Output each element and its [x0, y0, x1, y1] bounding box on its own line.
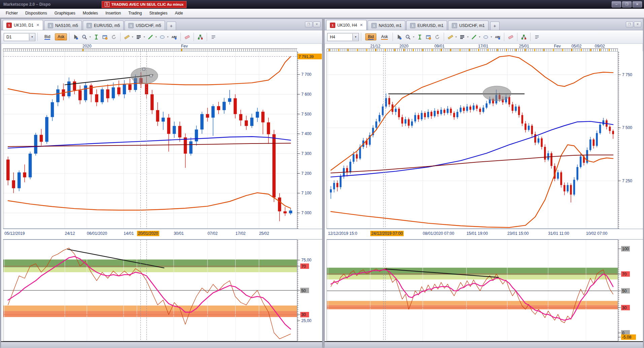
one-click-trading-ticker[interactable]: 1 TRADING AVEC UN SEUL CLIC Au mieux [102, 1, 187, 8]
tab-close-icon[interactable]: ✕ [360, 23, 363, 27]
new-tab-button[interactable]: + [167, 22, 176, 30]
candlestick-chart-UK100-D1[interactable]: 7 7007 6007 5007 4007 3007 2007 1007 000… [3, 51, 322, 229]
close-window-button[interactable]: ✕ [634, 22, 641, 27]
more-icon[interactable] [533, 33, 541, 41]
chevron-down-icon[interactable]: ▼ [455, 36, 457, 38]
indicators-icon[interactable] [458, 33, 466, 41]
zoom-tool-icon[interactable] [404, 33, 412, 41]
selection-handle[interactable] [150, 74, 152, 77]
tab-eur-usd-m1[interactable]: 1EUR/USD, m1 [406, 21, 447, 30]
chevron-down-icon[interactable]: ▼ [352, 34, 359, 40]
pointer-tool-icon[interactable] [72, 33, 80, 41]
chevron-down-icon[interactable]: ▼ [467, 36, 469, 38]
tab-label: USD/CHF, m1 [459, 23, 484, 28]
timeline-label: 21/12 [370, 44, 380, 49]
rsi-indicator-pane[interactable]: 75,0070503025,00 [3, 240, 322, 341]
strategy-icon[interactable] [520, 33, 528, 41]
more-icon[interactable] [209, 33, 217, 41]
minimize-button[interactable]: – [612, 1, 621, 7]
instrument-icon: 1 [48, 23, 53, 28]
menu-item-graphiques[interactable]: Graphiques [51, 9, 79, 17]
ruler-icon[interactable] [446, 33, 454, 41]
tab-usd-chf-m1[interactable]: 1USD/CHF, m1 [448, 21, 488, 30]
chevron-down-icon[interactable]: ▼ [143, 36, 145, 38]
tab-label: EUR/USD, m5 [94, 23, 120, 28]
tab-eur-usd-m5[interactable]: 1EUR/USD, m5 [83, 21, 124, 30]
chart-settings-icon[interactable] [425, 33, 433, 41]
shapes-icon[interactable] [158, 33, 166, 41]
tab-close-icon[interactable]: ✕ [36, 23, 39, 27]
separator [361, 33, 361, 41]
selection-handle[interactable] [143, 68, 145, 70]
month-tick [553, 49, 554, 51]
tab-label: UK100, D1 [14, 23, 34, 28]
new-tab-button[interactable]: + [490, 22, 500, 30]
menu-item-fichier[interactable]: Fichier [2, 9, 22, 17]
autoscale-icon[interactable] [416, 33, 424, 41]
eraser-icon[interactable] [507, 33, 515, 41]
timeline-label: 2020 [82, 44, 92, 49]
tab-bar: 1UK100, H4✕1NAS100, m11EUR/USD, m11USD/C… [325, 19, 643, 30]
menu-item-modeles[interactable]: Modeles [79, 9, 102, 17]
eraser-icon[interactable] [183, 33, 191, 41]
period-dropdown[interactable]: D1▼ [4, 33, 35, 41]
menu-item-aide[interactable]: Aide [171, 9, 187, 17]
bid-button[interactable]: Bid [42, 33, 53, 40]
bid-button[interactable]: Bid [365, 33, 376, 40]
restore-window-button[interactable]: ❐ [305, 22, 312, 27]
close-window-button[interactable]: ✕ [313, 22, 320, 27]
chart-settings-icon[interactable] [101, 33, 109, 41]
tab-nas100-m1[interactable]: 1NAS100, m1 [368, 21, 405, 30]
tab-uk100-h4[interactable]: 1UK100, H4✕ [326, 20, 367, 30]
ruler-icon[interactable] [123, 33, 131, 41]
chevron-down-icon[interactable]: ▼ [29, 34, 35, 40]
svg-text:7 200: 7 200 [301, 171, 311, 176]
text-tool-icon[interactable]: ABC [494, 33, 502, 41]
chart-window-left: 1UK100, D1✕1NAS100, m51EUR/USD, m51USD/C… [1, 19, 323, 347]
chevron-down-icon[interactable]: ▼ [478, 36, 481, 38]
chevron-down-icon[interactable]: ▼ [167, 36, 169, 38]
ask-button[interactable]: Ask [378, 33, 391, 40]
chevron-down-icon[interactable]: ▼ [89, 36, 91, 38]
rsi-indicator-pane[interactable]: 1007050300-5.08 [327, 240, 643, 341]
chevron-down-icon[interactable]: ▼ [131, 36, 134, 38]
chevron-down-icon[interactable]: ▼ [412, 36, 415, 38]
zoom-tool-icon[interactable] [80, 33, 89, 41]
svg-text:30: 30 [622, 306, 627, 310]
tab-uk100-d1[interactable]: 1UK100, D1✕ [3, 20, 43, 30]
month-tick [357, 49, 358, 51]
shapes-icon[interactable] [482, 33, 490, 41]
trendline-icon[interactable] [146, 33, 155, 41]
autoscale-icon[interactable] [92, 33, 100, 41]
tab-nas100-m5[interactable]: 1NAS100, m5 [44, 21, 82, 30]
refresh-icon[interactable] [433, 33, 441, 41]
svg-text:50: 50 [622, 289, 627, 293]
separator [194, 33, 194, 41]
indicators-icon[interactable] [135, 33, 143, 41]
date-label: 17/02 [235, 231, 245, 236]
strategy-icon[interactable] [196, 33, 204, 41]
chevron-down-icon[interactable]: ▼ [155, 36, 157, 38]
tab-bar: 1UK100, D1✕1NAS100, m51EUR/USD, m51USD/C… [1, 19, 322, 30]
tab-usd-chf-m5[interactable]: 1USD/CHF, m5 [125, 21, 165, 30]
menu-item-trading[interactable]: Trading [125, 9, 145, 17]
menu-item-dispositions[interactable]: Dispositions [22, 9, 51, 17]
close-button[interactable]: ✕ [633, 1, 642, 7]
menu-item-strategies[interactable]: Strategies [145, 9, 171, 17]
bottom-scroll-strip[interactable] [1, 341, 322, 348]
chart-toolbar: D1▼BidAsk▼▼▼▼▼ABC [1, 30, 322, 44]
chevron-down-icon[interactable]: ▼ [490, 36, 493, 38]
menu-item-insertion[interactable]: Insertion [102, 9, 125, 17]
text-tool-icon[interactable]: ABC [170, 33, 178, 41]
ask-button[interactable]: Ask [55, 33, 67, 40]
trendline-icon[interactable] [470, 33, 478, 41]
period-dropdown[interactable]: H4▼ [327, 33, 359, 41]
pointer-tool-icon[interactable] [395, 33, 403, 41]
bottom-scroll-strip[interactable] [325, 341, 643, 348]
separator [207, 33, 207, 41]
candlestick-chart-UK100-H4[interactable]: 7 7507 5007 250 [327, 51, 643, 229]
restore-window-button[interactable]: ❐ [626, 22, 633, 27]
restore-button[interactable]: ❐ [622, 1, 632, 7]
refresh-icon[interactable] [110, 33, 118, 41]
highlight-ellipse[interactable] [483, 86, 511, 101]
